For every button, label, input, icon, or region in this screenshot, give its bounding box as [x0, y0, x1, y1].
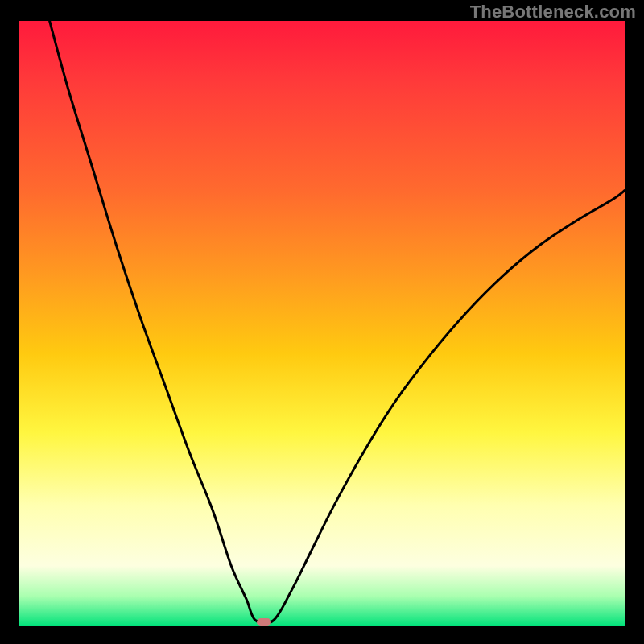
watermark-text: TheBottleneck.com	[470, 2, 636, 23]
plot-area	[19, 21, 625, 626]
chart-stage: TheBottleneck.com	[0, 0, 644, 644]
bottleneck-curve	[50, 21, 625, 624]
curve-svg	[19, 21, 625, 626]
optimum-marker	[257, 618, 271, 626]
